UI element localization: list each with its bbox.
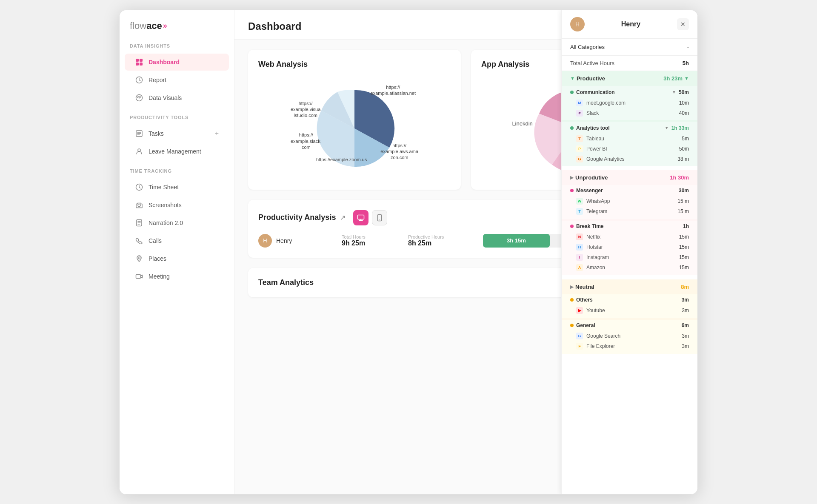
panel-user-name: Henry: [589, 20, 673, 28]
sidebar-item-calls[interactable]: Calls: [125, 232, 229, 249]
others-name: Others: [576, 297, 679, 303]
svg-rect-1: [140, 59, 143, 62]
svg-rect-3: [140, 63, 143, 65]
sub-time-instagram: 15m: [679, 254, 689, 260]
sidebar-item-narration[interactable]: Narration 2.0: [125, 214, 229, 231]
svg-rect-14: [358, 215, 364, 219]
calls-icon: [135, 236, 143, 245]
neutral-header[interactable]: ▶ Neutral 8m: [562, 279, 697, 294]
neutral-label: Neutral: [575, 284, 594, 290]
analytics-tool-time: 1h 33m: [671, 125, 689, 131]
productivity-actions: [353, 210, 387, 225]
unproductive-section: ▶ Unprodutive 1h 30m Messenger 30m W Wha…: [562, 170, 697, 275]
whatsapp-icon: W: [576, 198, 583, 205]
google-analytics-icon: G: [576, 156, 583, 162]
category-break-time: Break Time 1h N Netflix 15m H Hotstar 15…: [562, 221, 697, 275]
category-analytics-tool: Analytics tool ▼ 1h 33m T Tableau 5m P P…: [562, 122, 697, 166]
sidebar-item-meeting-label: Meeting: [149, 273, 170, 280]
web-label-atlassian: https://example.atlassian.net: [371, 84, 416, 97]
logo-ace: ace: [146, 20, 162, 31]
panel-close-button[interactable]: ✕: [677, 18, 689, 30]
sidebar-item-places[interactable]: Places: [125, 250, 229, 267]
messenger-header[interactable]: Messenger 30m: [570, 188, 689, 194]
panel-filter[interactable]: All Categories -: [562, 39, 697, 56]
section-time-tracking: TIME TRACKING: [120, 168, 234, 178]
sub-name-telegram: Telegram: [586, 208, 674, 214]
productive-section: ▼ Productive 3h 23m ▼ Communication ▼ 50…: [562, 71, 697, 166]
google-search-icon: G: [576, 333, 583, 339]
sidebar-item-dashboard-label: Dashboard: [149, 59, 180, 65]
sub-item-whatsapp: W WhatsApp 15 m: [570, 196, 689, 206]
progress-bar-fill: 3h 15m: [483, 234, 550, 248]
dashboard-icon: [135, 58, 143, 66]
sub-item-hotstar: H Hotstar 15m: [570, 242, 689, 252]
sidebar-item-time-sheet[interactable]: Time Sheet: [125, 179, 229, 196]
sidebar-item-report[interactable]: Report: [125, 71, 229, 88]
sidebar-item-leave-management[interactable]: Leave Management: [125, 143, 229, 160]
others-header[interactable]: Others 3m: [570, 297, 689, 303]
leave-management-icon: [135, 147, 143, 156]
sidebar-item-screenshots[interactable]: Screenshots: [125, 196, 229, 214]
svg-point-12: [138, 257, 140, 259]
powerbi-icon: P: [576, 145, 583, 152]
analytics-expand-icon: ▼: [665, 125, 669, 130]
narration-icon: [135, 219, 143, 227]
sub-name-tableau: Tableau: [586, 136, 678, 142]
general-header[interactable]: General 6m: [570, 322, 689, 328]
web-label-zoom: https://example.zoom.us: [316, 157, 367, 162]
sub-name-powerbi: Power BI: [586, 146, 676, 152]
tasks-icon: [135, 129, 143, 138]
sidebar-item-tasks-label: Tasks: [149, 130, 164, 137]
web-label-slack: https://example.slack.com: [291, 132, 322, 150]
sidebar-item-leave-management-label: Leave Management: [149, 148, 201, 155]
sub-item-amazon: A Amazon 15m: [570, 262, 689, 273]
communication-time: 50m: [679, 89, 689, 95]
sub-item-google-search: G Google Search 3m: [570, 331, 689, 341]
desktop-view-button[interactable]: [353, 210, 369, 225]
instagram-icon: I: [576, 254, 583, 261]
category-messenger: Messenger 30m W WhatsApp 15 m T Telegram…: [562, 185, 697, 219]
sidebar-item-meeting[interactable]: Meeting: [125, 268, 229, 285]
data-visuals-icon: [135, 94, 143, 102]
communication-dot: [570, 91, 574, 94]
section-productivity-tools: PRODUCTIVITY TOOLS: [120, 115, 234, 124]
sub-time-google-search: 3m: [682, 333, 689, 339]
sub-item-instagram: I Instagram 15m: [570, 252, 689, 262]
telegram-icon: T: [576, 208, 583, 215]
app-label-linekdin: Linekdin: [512, 120, 532, 127]
break-time-header[interactable]: Break Time 1h: [570, 223, 689, 229]
sub-item-file-explorer: F File Explorer 3m: [570, 341, 689, 351]
external-link-icon[interactable]: ↗: [340, 214, 346, 222]
sub-time-slack: 40m: [679, 110, 689, 116]
sub-item-tableau: T Tableau 5m: [570, 134, 689, 144]
category-general: General 6m G Google Search 3m F File Exp…: [562, 320, 697, 354]
sub-name-youtube: Youtube: [586, 308, 678, 313]
time-sheet-icon: [135, 183, 143, 191]
sub-name-hotstar: Hotstar: [586, 244, 676, 250]
productive-time: 3h 23m: [663, 75, 683, 82]
analytics-tool-header[interactable]: Analytics tool ▼ 1h 33m: [570, 125, 689, 131]
panel-total-hours: Total Active Hours 5h: [562, 56, 697, 71]
file-explorer-icon: F: [576, 343, 583, 350]
mobile-view-button[interactable]: [372, 210, 387, 225]
sidebar-item-tasks[interactable]: Tasks +: [125, 125, 229, 142]
messenger-dot: [570, 189, 574, 192]
logo-flow: flow: [130, 20, 146, 31]
sub-time-youtube: 3m: [682, 308, 689, 313]
right-panel: H Henry ✕ All Categories - Total Active …: [561, 10, 697, 494]
svg-point-8: [138, 149, 140, 151]
app-container: flowace» DATA INSIGHTS Dashboard: [119, 10, 698, 495]
analytics-tool-name: Analytics tool: [576, 125, 662, 131]
sidebar-item-screenshots-label: Screenshots: [149, 202, 182, 208]
unproductive-time: 1h 30m: [670, 174, 689, 181]
sidebar-item-report-label: Report: [149, 77, 166, 83]
sidebar-item-data-visuals[interactable]: Data Visuals: [125, 89, 229, 106]
productive-hours-label: Productive Hours: [408, 234, 476, 239]
unproductive-header[interactable]: ▶ Unprodutive 1h 30m: [562, 170, 697, 185]
productive-header[interactable]: ▼ Productive 3h 23m ▼: [562, 71, 697, 86]
unproductive-label: Unprodutive: [575, 174, 608, 181]
communication-header[interactable]: Communication ▼ 50m: [570, 89, 689, 95]
meeting-icon: [135, 272, 143, 281]
sidebar-item-dashboard[interactable]: Dashboard: [125, 54, 229, 71]
tasks-plus-icon[interactable]: +: [215, 130, 219, 137]
